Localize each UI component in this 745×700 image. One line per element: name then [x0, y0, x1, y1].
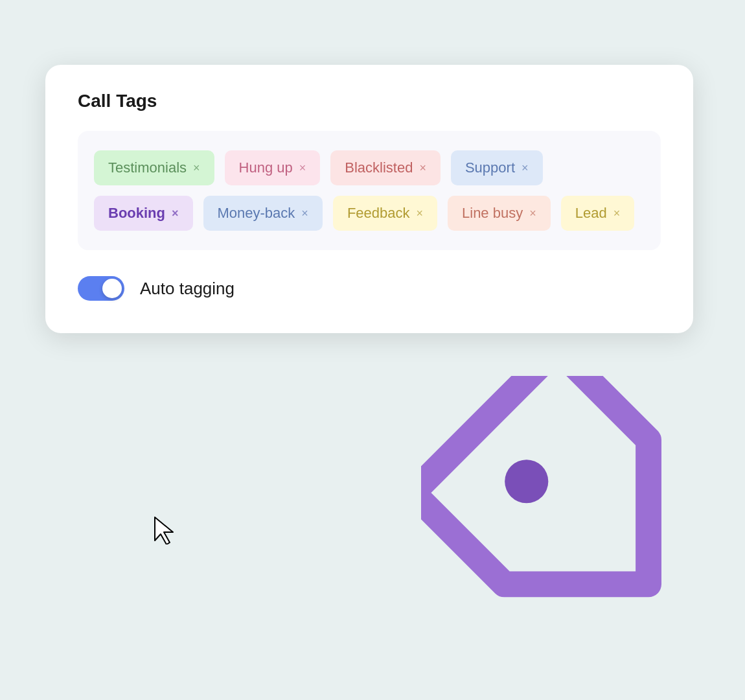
tag-label: Line busy	[462, 205, 523, 222]
tag-close-line-busy[interactable]: ×	[529, 207, 536, 220]
tag-label: Hung up	[239, 159, 293, 176]
auto-tagging-toggle[interactable]	[78, 276, 124, 301]
tag-label: Lead	[575, 205, 607, 222]
tag-close-booking[interactable]: ×	[172, 207, 179, 220]
tag-label: Feedback	[347, 205, 410, 222]
tag-label: Booking	[108, 205, 165, 222]
call-tags-card: Call Tags Testimonials × Hung up × Black…	[45, 65, 693, 333]
tag-close-lead[interactable]: ×	[613, 207, 621, 220]
tag-close-support[interactable]: ×	[522, 161, 529, 175]
tag-close-hung-up[interactable]: ×	[299, 161, 306, 175]
tag-close-testimonials[interactable]: ×	[193, 161, 200, 175]
tag-decoration-icon	[421, 376, 693, 648]
tag-testimonials[interactable]: Testimonials ×	[94, 150, 214, 185]
tag-support[interactable]: Support ×	[451, 150, 543, 185]
cursor-icon	[152, 516, 176, 544]
tag-booking[interactable]: Booking ×	[94, 196, 193, 231]
tags-container: Testimonials × Hung up × Blacklisted × S…	[78, 131, 661, 250]
tag-feedback[interactable]: Feedback ×	[333, 196, 437, 231]
toggle-thumb	[102, 279, 122, 298]
tag-label: Support	[465, 159, 515, 176]
tag-close-blacklisted[interactable]: ×	[419, 161, 426, 175]
auto-tagging-row: Auto tagging	[78, 276, 661, 301]
tag-label: Money-back	[218, 205, 295, 222]
tag-blacklisted[interactable]: Blacklisted ×	[330, 150, 441, 185]
card-title: Call Tags	[78, 91, 661, 111]
toggle-track	[78, 276, 124, 301]
scene: Call Tags Testimonials × Hung up × Black…	[32, 39, 713, 661]
auto-tagging-label: Auto tagging	[140, 279, 235, 299]
tag-lead[interactable]: Lead ×	[561, 196, 634, 231]
tag-hung-up[interactable]: Hung up ×	[225, 150, 321, 185]
tag-label: Testimonials	[108, 159, 187, 176]
tag-line-busy[interactable]: Line busy ×	[448, 196, 551, 231]
tag-money-back[interactable]: Money-back ×	[203, 196, 323, 231]
tag-close-feedback[interactable]: ×	[417, 207, 424, 220]
svg-point-0	[505, 460, 548, 503]
tag-close-money-back[interactable]: ×	[301, 207, 308, 220]
tag-label: Blacklisted	[345, 159, 413, 176]
